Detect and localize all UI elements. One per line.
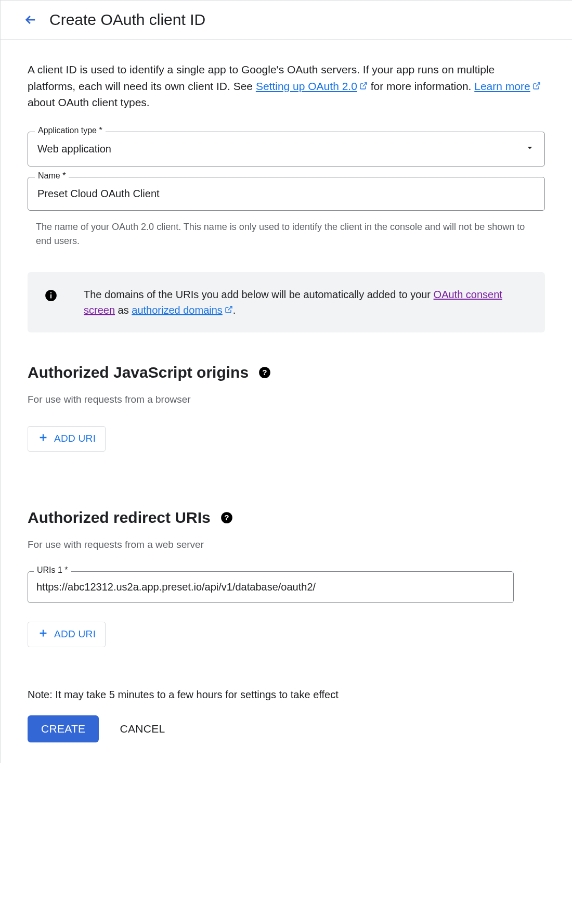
external-link-icon [359,78,368,86]
uri-1-input[interactable] [28,571,514,603]
info-banner: The domains of the URIs you add below wi… [28,272,545,332]
uri-1-field: URIs 1 * [28,571,514,603]
redirect-uris-subtitle: For use with requests from a web server [28,539,545,550]
application-type-field: Application type * Web application [28,132,545,166]
plus-icon [37,432,49,446]
add-uri-button-redirect[interactable]: ADD URI [28,622,106,647]
application-type-select[interactable]: Web application [28,132,545,166]
info-icon [44,289,58,302]
application-type-label: Application type * [35,126,106,135]
svg-rect-1 [50,294,51,298]
external-link-icon [225,302,233,311]
cancel-button[interactable]: CANCEL [120,723,165,735]
redirect-uris-title: Authorized redirect URIs [28,509,211,527]
authorized-domains-link[interactable]: authorized domains [132,304,233,316]
name-input[interactable] [37,188,535,200]
svg-rect-2 [50,292,51,293]
js-origins-subtitle: For use with requests from a browser [28,394,545,405]
help-icon[interactable]: ? [258,366,271,379]
note-text: Note: It may take 5 minutes to a few hou… [28,689,545,701]
action-row: CREATE CANCEL [28,715,545,742]
application-type-value: Web application [37,143,111,155]
intro-text: A client ID is used to identify a single… [28,61,545,111]
create-button[interactable]: CREATE [28,715,99,742]
info-text: The domains of the URIs you add below wi… [84,287,528,318]
svg-text:?: ? [262,368,267,377]
plus-icon [37,627,49,641]
name-label: Name * [35,171,69,181]
name-helper-text: The name of your OAuth 2.0 client. This … [28,217,545,248]
help-icon[interactable]: ? [220,511,233,524]
uri-1-label: URIs 1 * [34,566,71,575]
back-arrow-icon[interactable] [23,12,38,27]
add-uri-button-js[interactable]: ADD URI [28,426,106,452]
name-field: Name * [28,177,545,211]
setting-up-oauth-link[interactable]: Setting up OAuth 2.0 [256,80,368,92]
page-title: Create OAuth client ID [49,11,205,29]
external-link-icon [532,78,541,86]
redirect-uris-header: Authorized redirect URIs ? [28,509,545,527]
js-origins-title: Authorized JavaScript origins [28,364,249,381]
js-origins-header: Authorized JavaScript origins ? [28,364,545,381]
dropdown-arrow-icon [525,143,535,156]
page-header: Create OAuth client ID [0,1,572,40]
svg-text:?: ? [224,513,229,522]
learn-more-link[interactable]: Learn more [474,80,540,92]
